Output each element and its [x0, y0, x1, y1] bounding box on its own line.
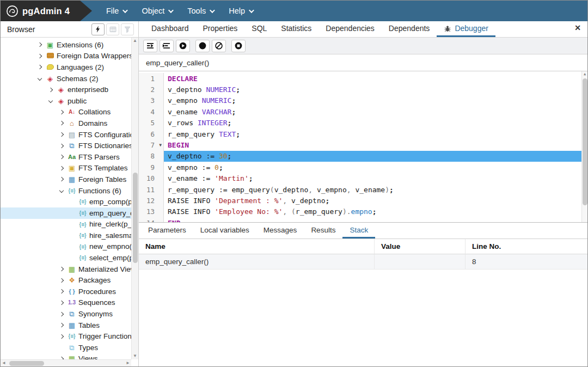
scroll-left-arrow-icon[interactable]: ◄ [1, 360, 7, 366]
continue-button[interactable] [176, 40, 190, 52]
tree-item-enterprisedb[interactable]: ◈enterprisedb [1, 84, 131, 95]
stack-frame-line: 8 [465, 254, 587, 270]
fold-marker-icon[interactable]: ▼ [159, 143, 162, 148]
expander-right-icon[interactable] [56, 133, 67, 136]
expander-right-icon[interactable] [56, 290, 67, 293]
bottom-tab-local-variables[interactable]: Local variables [193, 223, 256, 238]
tab-debugger[interactable]: Debugger [437, 21, 495, 37]
tree-item-hire-salesman-[interactable]: {≡}hire_salesman( [1, 230, 131, 241]
tree-item-fts-templates[interactable]: ▣FTS Templates [1, 163, 131, 174]
expander-right-icon[interactable] [56, 144, 67, 148]
tab-dependents[interactable]: Dependents [382, 21, 437, 37]
tab-label: Dependencies [326, 24, 375, 33]
tree-item-foreign-tables[interactable]: ▦Foreign Tables [1, 174, 131, 185]
step-over-icon [162, 41, 171, 50]
expander-right-icon[interactable] [34, 54, 45, 58]
tree-item-functions-6-[interactable]: {≡}Functions (6) [1, 185, 131, 197]
tree-item-schemas-2-[interactable]: ◈Schemas (2) [1, 73, 131, 84]
tree-item-types[interactable]: ⧉Types [1, 342, 131, 353]
menu-file[interactable]: File [99, 1, 134, 21]
tab-sql[interactable]: SQL [244, 21, 274, 37]
quick-query-button[interactable] [91, 23, 105, 35]
expander-right-icon[interactable] [56, 121, 67, 125]
tree-item-fts-parsers[interactable]: AaFTS Parsers [1, 151, 131, 163]
expander-right-icon[interactable] [56, 301, 67, 304]
toggle-breakpoint-button[interactable] [195, 40, 210, 52]
tree-item-select-emp-p-e[interactable]: {≡}select_emp(p_e [1, 252, 131, 264]
expander-right-icon[interactable] [56, 323, 67, 327]
expander-down-icon[interactable] [34, 77, 45, 80]
tree-item-procedures[interactable]: { }Procedures [1, 286, 131, 297]
expander-right-icon[interactable] [56, 313, 67, 316]
expander-right-icon[interactable] [56, 335, 67, 338]
tree-item-fts-dictionaries[interactable]: ⧉FTS Dictionaries [1, 140, 131, 151]
tree-item-hire-clerk-p-en[interactable]: {≡}hire_clerk(p_en [1, 219, 131, 230]
tree-item-synonyms[interactable]: ⧉Synonyms [1, 308, 131, 320]
tree-item-packages[interactable]: ❖Packages [1, 274, 131, 286]
menu-object[interactable]: Object [134, 1, 180, 21]
editor-vertical-scrollbar[interactable]: ▲ [581, 71, 587, 222]
tab-properties[interactable]: Properties [196, 21, 245, 37]
scroll-right-arrow-icon[interactable]: ► [125, 360, 131, 366]
bottom-tab-messages[interactable]: Messages [256, 223, 304, 238]
tree-horizontal-scrollbar[interactable]: ◄ ► [1, 359, 131, 366]
tree-item-public[interactable]: ◈public [1, 95, 131, 107]
tree-item-emp-comp-p-s[interactable]: {≡}emp_comp(p_s [1, 196, 131, 207]
scroll-up-arrow-icon[interactable]: ▲ [582, 71, 587, 77]
tab-dependencies[interactable]: Dependencies [318, 21, 382, 37]
tree-item-label: Sequences [78, 298, 115, 307]
expander-right-icon[interactable] [56, 111, 67, 114]
menu-help[interactable]: Help [221, 1, 260, 21]
tree-vscroll-thumb[interactable] [133, 173, 138, 262]
scroll-up-arrow-icon[interactable]: ▲ [132, 38, 138, 44]
close-panel-icon[interactable]: ✕ [574, 23, 581, 32]
tree-item-label: hire_salesman( [89, 231, 131, 240]
tree-hscroll-thumb[interactable] [9, 361, 44, 366]
bottom-tab-results[interactable]: Results [304, 223, 342, 238]
tree-item-materialized-views[interactable]: ▦Materialized Views [1, 264, 131, 275]
tree-item-collations[interactable]: A↓Collations [1, 107, 131, 118]
filtered-rows-button[interactable] [121, 23, 134, 35]
tab-statistics[interactable]: Statistics [274, 21, 318, 37]
expander-right-icon[interactable] [56, 155, 67, 158]
tree-item-sequences[interactable]: 1.3Sequences [1, 297, 131, 309]
tree-item-foreign-data-wrappers-2-[interactable]: Foreign Data Wrappers (2) [1, 51, 131, 62]
tree-item-extensions-6-[interactable]: ▣Extensions (6) [1, 39, 131, 51]
tree-vertical-scrollbar[interactable]: ▲ ▼ [131, 38, 138, 359]
expander-right-icon[interactable] [34, 65, 45, 69]
code-editor[interactable]: 1DECLARE2v_deptno NUMERIC;3v_empno NUMER… [139, 71, 587, 223]
stop-button[interactable] [231, 40, 246, 52]
tree-item-tables[interactable]: ▦Tables [1, 320, 131, 331]
tree-item-views[interactable]: ▦Views [1, 353, 131, 359]
tab-label: Dashboard [151, 24, 189, 33]
step-into-button[interactable] [143, 40, 157, 52]
tree-item-label: hire_clerk(p_en [89, 220, 131, 228]
tree-item-domains[interactable]: ⌂Domains [1, 118, 131, 129]
clear-breakpoints-button[interactable] [212, 40, 226, 52]
tree-item-emp-query-cal[interactable]: {≡}emp_query_cal [1, 207, 131, 219]
menu-tools[interactable]: Tools [180, 1, 221, 21]
step-over-button[interactable] [160, 40, 174, 52]
stack-frame-value [374, 254, 465, 270]
expander-down-icon[interactable] [56, 189, 67, 192]
stack-frame-row[interactable]: emp_query_caller()8 [139, 254, 587, 270]
tab-dashboard[interactable]: Dashboard [144, 21, 196, 37]
function-icon: {≡} [78, 199, 88, 205]
expander-right-icon[interactable] [34, 43, 45, 46]
tree-item-trigger-functions[interactable]: {≡}Trigger Functions [1, 331, 131, 342]
expander-right-icon[interactable] [56, 279, 67, 282]
expander-right-icon[interactable] [56, 178, 67, 181]
expander-down-icon[interactable] [45, 99, 56, 102]
expander-right-icon[interactable] [56, 167, 67, 170]
tree-item-new-empno-[interactable]: {≡}new_empno() [1, 241, 131, 253]
bottom-tab-stack[interactable]: Stack [342, 223, 375, 238]
view-data-button[interactable] [106, 23, 119, 35]
tree-item-fts-configurations[interactable]: ▤FTS Configurations [1, 129, 131, 140]
expander-right-icon[interactable] [45, 88, 56, 91]
scroll-down-arrow-icon[interactable]: ▼ [132, 353, 138, 359]
tree-item-languages-2-[interactable]: Languages (2) [1, 62, 131, 73]
expander-right-icon[interactable] [56, 267, 67, 271]
line-number: 3 [139, 95, 164, 106]
editor-vscroll-thumb[interactable] [583, 78, 587, 205]
bottom-tab-parameters[interactable]: Parameters [141, 223, 193, 238]
